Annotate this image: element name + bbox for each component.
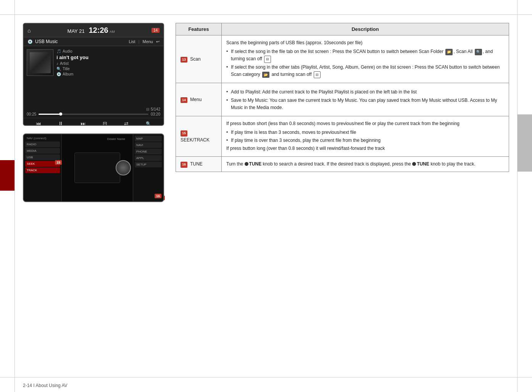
table-row-seek-track: 15 SEEK/TRACK If press button short (les… bbox=[176, 116, 509, 156]
track-counter: 5/142 bbox=[151, 107, 160, 111]
audio-type-row: 🎵 Audio bbox=[56, 49, 160, 53]
album-icon: 💿 bbox=[56, 72, 61, 76]
scan-bullet-2: If select the song in the other tabs (Pl… bbox=[226, 64, 504, 79]
radio-right-navi[interactable]: NAVI bbox=[135, 142, 162, 148]
side-tab bbox=[0, 160, 15, 191]
car-radio-display bbox=[74, 153, 120, 183]
usb-disk-icon: 💿 bbox=[27, 39, 33, 44]
shuffle-button[interactable]: ⇄ bbox=[124, 120, 129, 126]
list-button[interactable]: List bbox=[129, 39, 135, 44]
progress-fill bbox=[39, 114, 61, 115]
radio-right-phone[interactable]: PHONE bbox=[135, 149, 162, 154]
radio-menu-media[interactable]: MEDIA bbox=[25, 148, 60, 154]
footer-text: 2-14 I About Using AV bbox=[23, 383, 68, 388]
artist-row: ♪ Artist bbox=[56, 61, 160, 66]
tune-knob-icon-2 bbox=[412, 162, 416, 166]
artist-label: Artist bbox=[60, 61, 69, 66]
features-table: Features Description 13 Scan Scans the b… bbox=[176, 23, 509, 172]
usb-main-content: 🎵 Audio i ain't got you ♪ Artist 🔍 Title… bbox=[24, 46, 163, 107]
album-label: Album bbox=[63, 72, 73, 76]
scan-description-cell: Scans the beginning parts of USB files (… bbox=[222, 35, 509, 83]
time-start: 00:25 bbox=[27, 112, 36, 116]
repeat-button[interactable]: ⊟ bbox=[103, 120, 107, 126]
track-info: 🎵 Audio i ain't got you ♪ Artist 🔍 Title… bbox=[56, 49, 160, 104]
page-footer: 2-14 I About Using AV bbox=[23, 383, 68, 388]
menu-description: Add to Playlist: Add the current track t… bbox=[226, 88, 504, 111]
playback-controls: ⏮ ⏸ ⏭ ⊟ ⇄ 🔍 bbox=[24, 118, 163, 126]
usb-date: MAY 21 bbox=[68, 28, 85, 34]
time-end: 03:20 bbox=[151, 112, 160, 116]
progress-area: ⊟ 5/142 00:25 03:20 bbox=[24, 107, 163, 116]
radio-right-map[interactable]: MAP bbox=[135, 136, 162, 141]
radio-menu-track[interactable]: TRACK bbox=[25, 167, 60, 173]
usb-controls: List | Menu ↩ bbox=[129, 39, 160, 44]
radio-right-setup[interactable]: SETUP bbox=[135, 162, 162, 167]
col-header-features: Features bbox=[176, 23, 222, 35]
album-art bbox=[27, 49, 53, 76]
table-row-scan: 13 Scan Scans the beginning parts of USB… bbox=[176, 35, 509, 83]
back-icon[interactable]: ↩ bbox=[156, 39, 160, 44]
radio-menu-radio[interactable]: RADIO bbox=[25, 141, 60, 147]
table-row-tune: 16 TUNE Turn the TUNE knob to search a d… bbox=[176, 156, 509, 172]
usb-header: ⌂ MAY 21 12:26 AM 14 bbox=[24, 24, 163, 37]
table-row-menu: 14 Menu Add to Playlist: Add the current… bbox=[176, 83, 509, 116]
seek-description: If press button short (less than 0.8 sec… bbox=[226, 120, 504, 153]
tune-feature-label: TUNE bbox=[190, 161, 203, 167]
usb-source-title: USB Music bbox=[35, 39, 129, 44]
home-icon: ⌂ bbox=[27, 27, 31, 34]
tune-knob-icon bbox=[245, 162, 248, 166]
seek-bullet-2: If play time is over than 3 seconds, pla… bbox=[226, 137, 504, 144]
usb-time: 12:26 bbox=[89, 26, 108, 34]
radio-header-label: NAV (connect) bbox=[25, 136, 60, 141]
badge-menu: 14 bbox=[181, 97, 187, 103]
tune-text-2: TUNE bbox=[417, 161, 429, 167]
car-radio-unit: NAV (connect) RADIO MEDIA USB SEEK TRACK… bbox=[23, 133, 164, 202]
tune-description-cell: Turn the TUNE knob to search a desired t… bbox=[222, 156, 509, 172]
menu-bullet-2: Save to My Music: You can save the curre… bbox=[226, 97, 504, 111]
features-table-panel: Features Description 13 Scan Scans the b… bbox=[176, 23, 509, 369]
scan-button[interactable]: 🔍 bbox=[146, 121, 151, 126]
track-count: ⊟ 5/142 bbox=[27, 107, 160, 111]
badge-15: 15 bbox=[55, 160, 62, 165]
seek-feature-label: SEEK/TRACK bbox=[181, 137, 210, 143]
track-name: i ain't got you bbox=[56, 55, 160, 60]
car-radio-inner: NAV (connect) RADIO MEDIA USB SEEK TRACK… bbox=[24, 134, 163, 201]
progress-bar-container: 00:25 03:20 bbox=[27, 112, 160, 116]
album-row: 💿 Album bbox=[56, 72, 160, 76]
prev-button[interactable]: ⏮ bbox=[36, 120, 41, 126]
seek-description-cell: If press button short (less than 0.8 sec… bbox=[222, 116, 509, 156]
menu-bullet-1: Add to Playlist: Add the current track t… bbox=[226, 88, 504, 96]
next-button[interactable]: ⏭ bbox=[81, 120, 86, 126]
scan-all-icon: 🔍 bbox=[475, 49, 482, 55]
col-header-description: Description bbox=[222, 23, 509, 35]
progress-bar bbox=[39, 114, 148, 115]
title-label: Title bbox=[63, 67, 70, 71]
scan-feature-cell: 13 Scan bbox=[176, 35, 222, 83]
radio-menu-usb[interactable]: USB bbox=[25, 154, 60, 160]
menu-button[interactable]: Menu bbox=[142, 39, 153, 44]
badge-scan: 13 bbox=[181, 57, 187, 63]
tune-text-1: TUNE bbox=[249, 161, 262, 167]
scan-folder-icon: 📁 bbox=[445, 49, 453, 55]
scan-cat-icon: 📂 bbox=[262, 72, 269, 78]
music-note-icon: 🎵 bbox=[56, 49, 61, 53]
seek-feature-cell: 15 SEEK/TRACK bbox=[176, 116, 222, 156]
usb-header-time: MAY 21 12:26 AM bbox=[34, 26, 148, 35]
tune-knob-physical[interactable] bbox=[116, 160, 131, 175]
seek-bullet-1: If play time is less than 3 seconds, mov… bbox=[226, 129, 504, 136]
menu-feature-cell: 14 Menu bbox=[176, 83, 222, 116]
usb-screen: ⌂ MAY 21 12:26 AM 14 💿 USB Music List | … bbox=[23, 23, 164, 126]
scan-description: Scans the beginning parts of USB files (… bbox=[226, 39, 504, 78]
scan-off-icon-1: ⊟ bbox=[264, 56, 271, 63]
scan-bullet-1: If select the song in the file tab on th… bbox=[226, 48, 504, 63]
left-panel: ⌂ MAY 21 12:26 AM 14 💿 USB Music List | … bbox=[23, 23, 168, 202]
play-pause-button[interactable]: ⏸ bbox=[58, 120, 63, 126]
badge-14: 14 bbox=[152, 28, 160, 33]
radio-right-appl[interactable]: APPL bbox=[135, 155, 162, 161]
badge-16: 16 bbox=[155, 194, 161, 198]
tune-feature-cell: 16 TUNE bbox=[176, 156, 222, 172]
car-radio-right-menu: MAP NAVI PHONE APPL SETUP bbox=[133, 134, 163, 201]
car-radio-left-menu: NAV (connect) RADIO MEDIA USB SEEK TRACK bbox=[24, 134, 62, 201]
dealer-name: Dealer Name bbox=[107, 137, 125, 141]
scan-off-icon-2: ⊟ bbox=[314, 71, 321, 78]
